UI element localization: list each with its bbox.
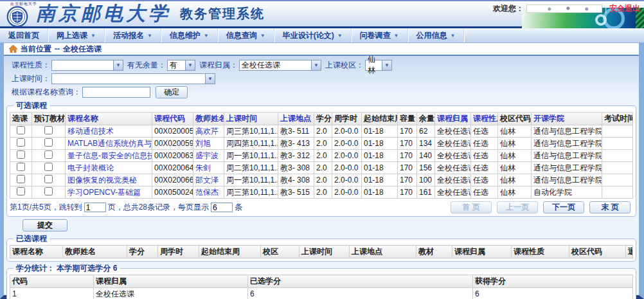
course-row: 移动通信技术 00X020005 高欢芹 周三第10,11,1... 教3- 5… — [10, 125, 633, 138]
course-name-search-input[interactable] — [82, 87, 150, 98]
course-nature-select[interactable]: ▼ — [51, 60, 123, 71]
credit-stats-table: 代码 课程归属 已选学分 获得学分 1 全校任选课 6 6 — [10, 275, 633, 299]
course-code: 00X050024 — [152, 186, 193, 199]
last-page-button[interactable]: 末 页 — [589, 201, 631, 213]
course-nature: 任选 — [471, 174, 498, 186]
course-name-link[interactable]: MATLAB通信系统仿真与实例 — [66, 138, 152, 150]
teacher-name-link[interactable]: 刘旭 — [193, 138, 224, 150]
menu-item-info-query[interactable]: 信息查询▼ — [218, 28, 274, 42]
next-page-button[interactable]: 下一页 — [543, 201, 584, 213]
capacity: 170 — [398, 186, 417, 199]
per-page-input[interactable] — [211, 203, 233, 212]
page-info: 第1页/共5页，跳转到 — [10, 202, 82, 213]
submit-button[interactable]: 提交 — [22, 219, 67, 231]
college: 通信与信息工程学院 — [532, 174, 602, 186]
available-courses-panel: 可选课程 选课 预订教材 课程名称 课程代码 — [6, 100, 636, 217]
menu-item-course-selection[interactable]: 网上选课▼ — [48, 28, 105, 42]
class-location: 教4- 308 — [278, 174, 314, 186]
class-time: 周一第10,11,1... — [224, 150, 278, 162]
class-location: 教3- 515 — [278, 186, 314, 199]
select-course-checkbox[interactable] — [17, 150, 25, 159]
logout-link[interactable]: 安全退出 — [609, 3, 640, 14]
start-end-week: 01-18 — [362, 138, 398, 150]
col-credits: 学分 — [127, 246, 158, 258]
capacity-select[interactable]: 有 ▼ — [167, 60, 195, 71]
course-category: 全校任选课 — [435, 162, 471, 174]
exam-time — [602, 174, 633, 186]
teacher-name-link[interactable]: 高欢芹 — [193, 125, 224, 138]
chevron-down-icon: ▼ — [260, 33, 265, 39]
teacher-name-link[interactable]: 范保杰 — [193, 186, 224, 199]
course-row: 电子封装概论 00X020064 朱剑 周二第10,11,1... 教3- 30… — [10, 162, 633, 174]
menu-item-graduation-design[interactable]: 毕业设计(论文)▼ — [274, 28, 352, 42]
chevron-down-icon: ▼ — [91, 33, 96, 39]
breadcrumb-prefix: 当前位置 — [21, 44, 51, 55]
class-time-select[interactable]: ▼ — [51, 73, 215, 84]
weekly-hours: 2.0-0.0 — [332, 138, 362, 150]
menu-item-questionnaire[interactable]: 问卷调查▼ — [352, 28, 408, 42]
select-course-checkbox[interactable] — [17, 175, 25, 183]
col-class-time[interactable]: 上课时间 — [224, 113, 278, 125]
col-withdraw: 退选 — [626, 246, 633, 258]
reserve-textbook-checkbox[interactable] — [44, 138, 53, 147]
col-earned-credits: 获得学分 — [473, 275, 633, 288]
menu-item-home[interactable]: 返回首页 — [0, 28, 48, 42]
chevron-down-icon: ▼ — [394, 33, 399, 39]
reserve-textbook-checkbox[interactable] — [44, 175, 53, 183]
menu-item-public-info[interactable]: 公用信息▼ — [408, 28, 465, 42]
campus-code: 仙林 — [498, 174, 532, 186]
teacher-name-link[interactable]: 朱剑 — [193, 162, 224, 174]
course-name-link[interactable]: 电子封装概论 — [66, 162, 152, 174]
capacity: 170 — [398, 174, 417, 186]
weekly-hours: 2.0-0.0 — [332, 186, 362, 199]
chevron-down-icon: ▼ — [147, 33, 152, 39]
stats-row: 1 全校任选课 6 6 — [10, 288, 633, 299]
capacity: 170 — [398, 138, 417, 150]
course-name-link[interactable]: 学习OPENCV-基础篇 — [66, 186, 152, 199]
select-course-checkbox[interactable] — [17, 187, 25, 195]
course-name-link[interactable]: 图像恢复的视觉奥秘 — [66, 174, 152, 186]
col-teacher-name[interactable]: 教师姓名 — [193, 113, 224, 125]
col-nature[interactable]: 课程性质 — [471, 113, 498, 125]
class-time: 周二第10,11,1... — [224, 162, 278, 174]
semester-credits-value: 6 — [113, 264, 118, 273]
col-college[interactable]: 开课学院 — [532, 113, 602, 125]
col-class-location[interactable]: 上课地点 — [278, 113, 314, 125]
first-page-button[interactable]: 首 页 — [451, 201, 492, 213]
col-campus-code: 校区代码 — [569, 246, 626, 258]
campus-code: 仙林 — [498, 162, 532, 174]
course-name-link[interactable]: 移动通信技术 — [66, 125, 152, 138]
col-category[interactable]: 课程归属 — [435, 113, 471, 125]
col-course-code[interactable]: 课程代码 — [152, 113, 193, 125]
remaining: 161 — [417, 186, 435, 199]
submit-row: 提交 — [22, 219, 637, 231]
select-course-checkbox[interactable] — [17, 163, 25, 171]
reserve-textbook-checkbox[interactable] — [44, 150, 53, 159]
confirm-button[interactable]: 确定 — [156, 86, 188, 98]
campus-select[interactable]: 仙林 ▼ — [365, 60, 392, 71]
menu-item-activity-signup[interactable]: 活动报名▼ — [105, 28, 161, 42]
exam-time — [602, 162, 633, 174]
prev-page-button[interactable]: 上一页 — [497, 201, 538, 213]
course-name-link[interactable]: 量子信息-最安全的信息技术 — [66, 150, 152, 162]
teacher-name-link[interactable]: 盛宇波 — [193, 150, 224, 162]
category-label: 课程归属： — [199, 60, 238, 71]
course-row: 图像恢复的视觉奥秘 00X020066 邵文泽 周一第10,11,1... 教4… — [10, 174, 633, 186]
select-course-checkbox[interactable] — [17, 138, 25, 147]
jump-page-input[interactable] — [84, 203, 106, 212]
reserve-textbook-checkbox[interactable] — [44, 163, 53, 171]
home-icon — [9, 45, 17, 53]
welcome-label: 欢迎您： — [493, 3, 524, 14]
exam-time — [602, 150, 633, 162]
reserve-textbook-checkbox[interactable] — [44, 126, 53, 134]
col-category: 课程归属 — [452, 246, 512, 258]
select-course-checkbox[interactable] — [17, 126, 25, 134]
selected-courses-panel: 已选课程 课程名称 教师姓名 学分 周学时 起始结束周 — [6, 233, 636, 262]
reserve-textbook-checkbox[interactable] — [44, 187, 53, 195]
col-course-name[interactable]: 课程名称 — [66, 113, 152, 125]
category-select[interactable]: 全校任选课 ▼ — [239, 60, 321, 71]
teacher-name-link[interactable]: 邵文泽 — [193, 174, 224, 186]
menu-item-info-maintenance[interactable]: 信息维护▼ — [161, 28, 218, 42]
chevron-down-icon: ▼ — [337, 33, 343, 39]
credits: 2.0 — [314, 150, 332, 162]
